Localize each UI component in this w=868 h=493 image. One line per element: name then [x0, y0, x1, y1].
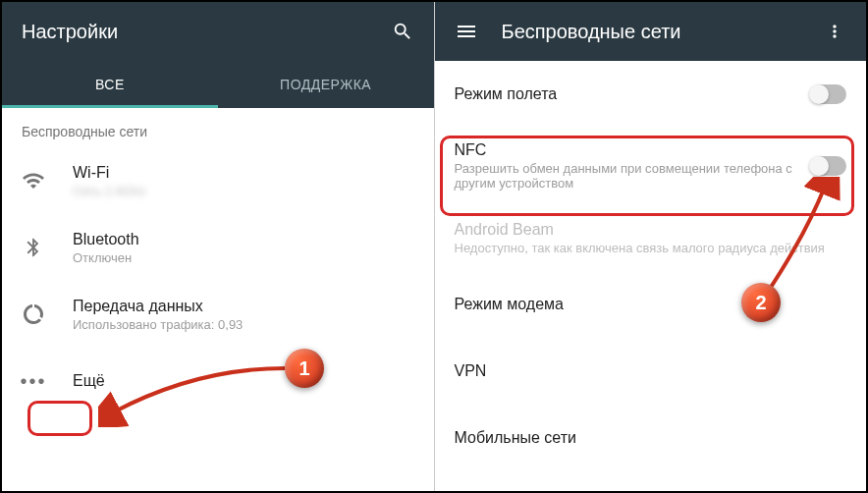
- annotation-badge-2: 2: [741, 283, 781, 322]
- bluetooth-label: Bluetooth: [73, 231, 414, 248]
- data-usage-label: Передача данных: [73, 298, 414, 315]
- item-vpn[interactable]: VPN: [435, 338, 867, 405]
- tab-support[interactable]: ПОДДЕРЖКА: [218, 61, 434, 108]
- wifi-icon: [22, 169, 45, 192]
- search-icon[interactable]: [391, 20, 414, 43]
- airplane-label: Режим полета: [455, 85, 800, 103]
- wifi-sub: Сеть 2.4Ghz: [73, 184, 414, 198]
- section-wireless: Беспроводные сети: [2, 108, 434, 147]
- nfc-toggle[interactable]: [811, 156, 846, 176]
- annotation-badge-1: 1: [285, 349, 324, 388]
- wireless-list: Режим полета NFC Разрешить обмен данными…: [435, 61, 867, 491]
- overflow-icon[interactable]: [823, 20, 846, 43]
- settings-list: Wi-Fi Сеть 2.4Ghz Bluetooth Отключен П: [2, 147, 434, 491]
- item-airplane[interactable]: Режим полета: [435, 61, 867, 128]
- item-data-usage[interactable]: Передача данных Использовано трафика: 0,…: [2, 281, 434, 348]
- item-more[interactable]: ••• Ещё: [2, 348, 434, 414]
- menu-icon[interactable]: [455, 20, 478, 43]
- airplane-toggle[interactable]: [811, 84, 846, 104]
- bluetooth-sub: Отключен: [73, 250, 414, 265]
- wireless-pane: Беспроводные сети Режим полета NFC Разре…: [435, 2, 867, 491]
- wireless-header: Беспроводные сети: [435, 2, 867, 61]
- tab-all[interactable]: ВСЕ: [2, 61, 218, 108]
- data-usage-sub: Использовано трафика: 0,93: [73, 317, 414, 332]
- nfc-sub: Разрешить обмен данными при совмещении т…: [455, 161, 800, 191]
- item-android-beam: Android Beam Недоступно, так как включен…: [435, 204, 867, 271]
- more-label: Ещё: [73, 372, 414, 390]
- beam-label: Android Beam: [455, 221, 847, 239]
- item-tethering[interactable]: Режим модема: [435, 271, 867, 338]
- wireless-title: Беспроводные сети: [502, 21, 806, 43]
- data-usage-icon: [22, 302, 45, 326]
- settings-header: Настройки: [2, 2, 434, 61]
- item-nfc[interactable]: NFC Разрешить обмен данными при совмещен…: [435, 128, 867, 204]
- vpn-label: VPN: [455, 362, 847, 380]
- item-mobile-networks[interactable]: Мобильные сети: [435, 405, 867, 471]
- wifi-label: Wi-Fi: [73, 164, 414, 182]
- item-wifi[interactable]: Wi-Fi Сеть 2.4Ghz: [2, 147, 434, 214]
- tether-label: Режим модема: [455, 296, 847, 313]
- nfc-label: NFC: [455, 141, 800, 159]
- item-bluetooth[interactable]: Bluetooth Отключен: [2, 214, 434, 281]
- more-horizontal-icon: •••: [22, 369, 45, 393]
- mobile-label: Мобильные сети: [455, 429, 847, 447]
- settings-title: Настройки: [22, 21, 373, 43]
- settings-pane: Настройки ВСЕ ПОДДЕРЖКА Беспроводные сет…: [2, 2, 435, 491]
- bluetooth-icon: [22, 236, 45, 259]
- settings-tabs: ВСЕ ПОДДЕРЖКА: [2, 61, 434, 108]
- beam-sub: Недоступно, так как включена связь малог…: [455, 241, 847, 255]
